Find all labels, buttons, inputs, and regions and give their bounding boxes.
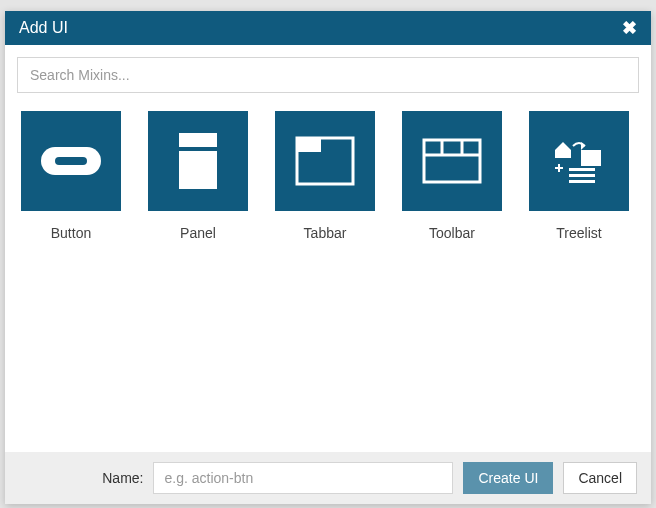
tile-label: Toolbar	[429, 225, 475, 241]
create-ui-button[interactable]: Create UI	[463, 462, 553, 494]
svg-rect-3	[179, 151, 217, 189]
tile-button[interactable]: Button	[21, 111, 121, 241]
tile-label: Treelist	[556, 225, 601, 241]
svg-rect-1	[55, 157, 87, 165]
tile-label: Tabbar	[304, 225, 347, 241]
treelist-icon	[529, 111, 629, 211]
toolbar-icon	[402, 111, 502, 211]
name-input[interactable]	[153, 462, 453, 494]
tile-panel[interactable]: Panel	[148, 111, 248, 241]
tile-grid: Button Panel	[17, 111, 639, 241]
svg-rect-17	[569, 180, 595, 183]
cancel-button[interactable]: Cancel	[563, 462, 637, 494]
tile-label: Panel	[180, 225, 216, 241]
svg-rect-11	[581, 150, 601, 154]
modal-footer: Name: Create UI Cancel	[5, 452, 651, 504]
svg-rect-5	[297, 138, 321, 152]
close-icon[interactable]: ✖	[622, 19, 637, 37]
tile-tabbar[interactable]: Tabbar	[275, 111, 375, 241]
svg-rect-15	[569, 168, 595, 171]
svg-rect-2	[179, 133, 217, 147]
svg-rect-16	[569, 174, 595, 177]
svg-rect-12	[581, 154, 601, 166]
modal-title: Add UI	[19, 19, 68, 37]
name-label: Name:	[102, 470, 143, 486]
button-icon	[21, 111, 121, 211]
tile-label: Button	[51, 225, 91, 241]
tabbar-icon	[275, 111, 375, 211]
search-input[interactable]	[17, 57, 639, 93]
tile-toolbar[interactable]: Toolbar	[402, 111, 502, 241]
modal-body: Button Panel	[5, 45, 651, 452]
modal-header: Add UI ✖	[5, 11, 651, 45]
tile-treelist[interactable]: Treelist	[529, 111, 629, 241]
svg-rect-6	[424, 140, 480, 182]
panel-icon	[148, 111, 248, 211]
add-ui-modal: Add UI ✖ Button	[5, 11, 651, 504]
